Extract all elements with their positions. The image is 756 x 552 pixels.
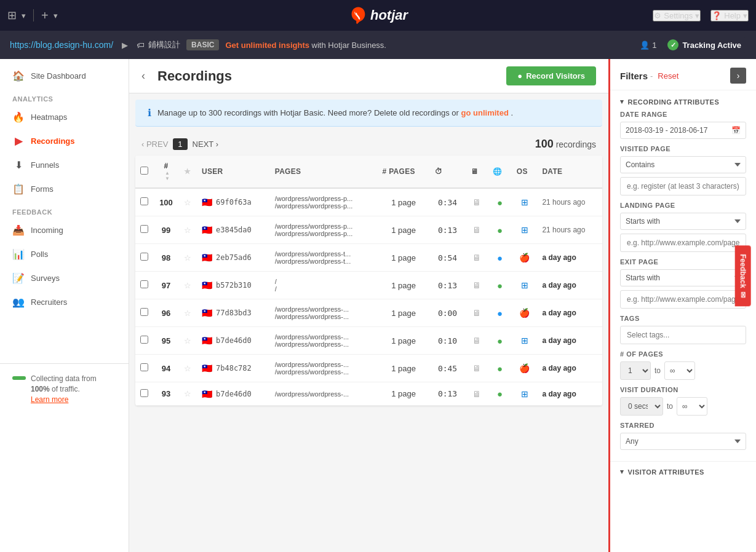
- visit-duration-from-select[interactable]: 0 secs5 secs10 secs30 secs1 min: [620, 397, 663, 416]
- table-row[interactable]: 96 ☆ 🇹🇼 77d83bd3 /wordpress/wordpress-..…: [135, 299, 602, 327]
- col-header-date[interactable]: DATE: [537, 156, 602, 188]
- landing-page-condition-select[interactable]: Starts with Contains Ends with Equals: [620, 213, 746, 230]
- col-header-device[interactable]: 🖥: [466, 156, 488, 188]
- tags-label: TAGS: [620, 315, 746, 322]
- plan-badge: BASIC: [186, 39, 219, 50]
- help-button[interactable]: ❓ Help ▾: [710, 10, 749, 22]
- col-header-number[interactable]: # ▲▼: [154, 156, 178, 188]
- recordings-count: 100 recordings: [535, 138, 596, 151]
- record-visitors-button[interactable]: ● Record Visitors: [506, 66, 596, 85]
- upgrade-link[interactable]: Get unlimited insights: [225, 41, 309, 50]
- site-url[interactable]: https://blog.design-hu.com/: [10, 40, 113, 50]
- num-pages-from-input[interactable]: 123510: [620, 361, 651, 380]
- row-user: 🇹🇼 b572b310: [197, 272, 270, 299]
- row-os: 🍎: [512, 299, 538, 327]
- collapse-sidebar-button[interactable]: ‹: [141, 69, 145, 82]
- visited-page-input[interactable]: [620, 177, 746, 195]
- row-star[interactable]: ☆: [178, 327, 197, 355]
- date-range-input[interactable]: 2018-03-19 - 2018-06-17 📅: [620, 122, 746, 139]
- col-header-pages[interactable]: PAGES: [270, 156, 378, 188]
- sidebar-item-surveys[interactable]: 📝 Surveys: [0, 266, 129, 290]
- go-unlimited-link[interactable]: go unlimited: [461, 108, 509, 117]
- desktop-icon: 🖥: [472, 197, 481, 207]
- row-checkbox[interactable]: [140, 336, 148, 344]
- heatmaps-icon: 🔥: [12, 111, 25, 123]
- exit-page-condition-select[interactable]: Starts with Contains Ends with Equals: [620, 269, 746, 286]
- col-header-browser[interactable]: 🌐: [488, 156, 511, 188]
- row-os: ⊞: [512, 272, 538, 299]
- table-row[interactable]: 98 ☆ 🇹🇼 2eb75ad6 /wordpress/wordpress-t.…: [135, 244, 602, 272]
- pagination[interactable]: ‹ PREV 1 NEXT ›: [141, 138, 218, 150]
- sidebar-item-forms[interactable]: 📋 Forms: [0, 177, 129, 201]
- sidebar-item-recruiters[interactable]: 👥 Recruiters: [0, 290, 129, 314]
- col-header-duration[interactable]: ⏱: [430, 156, 466, 188]
- site-flag-icon: 🏷: [137, 41, 145, 50]
- row-device: 🖥: [466, 244, 488, 272]
- row-star[interactable]: ☆: [178, 382, 197, 406]
- current-page[interactable]: 1: [173, 138, 187, 150]
- num-pages-to-select[interactable]: ∞51020: [664, 361, 695, 380]
- tags-input[interactable]: [620, 326, 746, 344]
- to-label: to: [655, 366, 661, 375]
- landing-page-input[interactable]: [620, 234, 746, 252]
- learn-more-link[interactable]: Learn more: [31, 395, 68, 404]
- row-checkbox[interactable]: [140, 225, 148, 233]
- col-header-user[interactable]: USER: [197, 156, 270, 188]
- windows-icon: ⊞: [521, 225, 528, 235]
- row-checkbox[interactable]: [140, 253, 148, 261]
- user-flag-icon: 🇹🇼: [202, 197, 212, 207]
- col-header-num-pages[interactable]: # PAGES: [378, 156, 430, 188]
- page-url-1: /wordpress/wordpress-...: [275, 333, 373, 341]
- prev-button[interactable]: ‹ PREV: [141, 140, 168, 149]
- grid-icon[interactable]: ⊞: [7, 9, 17, 22]
- calendar-icon: 📅: [731, 126, 741, 135]
- page-url-2: /wordpress/wordpress-...: [275, 368, 373, 376]
- filters-close-button[interactable]: ›: [730, 68, 746, 84]
- table-row[interactable]: 94 ☆ 🇹🇼 7b48c782 /wordpress/wordpress-..…: [135, 355, 602, 382]
- sidebar-item-incoming[interactable]: 📥 Incoming: [0, 218, 129, 242]
- table-row[interactable]: 93 ☆ 🇹🇼 b7de46d0 /wordpress/wordpress-..…: [135, 382, 602, 406]
- row-os: ⊞: [512, 188, 538, 216]
- table-row[interactable]: 95 ☆ 🇹🇼 b7de46d0 /wordpress/wordpress-..…: [135, 327, 602, 355]
- feedback-button[interactable]: Feedback ✉: [734, 245, 750, 306]
- logo-text: hotjar: [370, 7, 408, 23]
- row-star[interactable]: ☆: [178, 355, 197, 382]
- page-url-1: /wordpress/wordpress-t...: [275, 250, 373, 258]
- row-device: 🖥: [466, 216, 488, 244]
- sidebar-item-polls[interactable]: 📊 Polls: [0, 242, 129, 266]
- visit-duration-to-select[interactable]: ∞1 min5 min10 min: [677, 397, 707, 416]
- sidebar-item-site-dashboard[interactable]: 🏠 Site Dashboard: [0, 64, 129, 88]
- row-star[interactable]: ☆: [178, 188, 197, 216]
- sidebar-item-recordings[interactable]: ▶ Recordings: [0, 129, 129, 153]
- table-row[interactable]: 100 ☆ 🇹🇼 69f0f63a /wordpress/wordpress-p…: [135, 188, 602, 216]
- visitor-attributes-toggle[interactable]: ▾ Visitor attributes: [610, 462, 756, 482]
- next-button[interactable]: NEXT ›: [193, 140, 218, 149]
- row-checkbox[interactable]: [140, 363, 148, 371]
- col-header-star[interactable]: ★: [178, 156, 197, 188]
- sidebar-item-heatmaps[interactable]: 🔥 Heatmaps: [0, 105, 129, 129]
- select-all-checkbox[interactable]: [140, 167, 148, 175]
- row-duration: 0:54: [430, 244, 466, 272]
- row-star[interactable]: ☆: [178, 244, 197, 272]
- row-star[interactable]: ☆: [178, 299, 197, 327]
- filters-reset-link[interactable]: Reset: [658, 71, 678, 81]
- row-checkbox[interactable]: [140, 197, 148, 205]
- row-checkbox[interactable]: [140, 280, 148, 288]
- desktop-icon: 🖥: [472, 253, 481, 262]
- settings-button[interactable]: ⚙ Settings ▾: [653, 10, 701, 22]
- col-header-os[interactable]: OS: [512, 156, 538, 188]
- row-number: 100: [154, 188, 178, 216]
- row-checkbox[interactable]: [140, 389, 148, 397]
- table-row[interactable]: 99 ☆ 🇹🇼 e3845da0 /wordpress/wordpress-p.…: [135, 216, 602, 244]
- row-star[interactable]: ☆: [178, 272, 197, 299]
- recording-attributes-toggle[interactable]: ▾ Recording attributes: [620, 98, 746, 106]
- table-row[interactable]: 97 ☆ 🇹🇼 b572b310 / / 1 page 0:13 🖥 ● ⊞ a…: [135, 272, 602, 299]
- add-button[interactable]: +: [41, 9, 49, 23]
- visited-page-condition-select[interactable]: Contains Starts with Ends with Equals: [620, 156, 746, 173]
- info-icon: ℹ: [148, 107, 151, 119]
- row-star[interactable]: ☆: [178, 216, 197, 244]
- row-checkbox[interactable]: [140, 308, 148, 316]
- sidebar-item-funnels[interactable]: ⬇ Funnels: [0, 153, 129, 177]
- starred-select[interactable]: Any Yes No: [620, 433, 746, 450]
- exit-page-input[interactable]: [620, 290, 746, 309]
